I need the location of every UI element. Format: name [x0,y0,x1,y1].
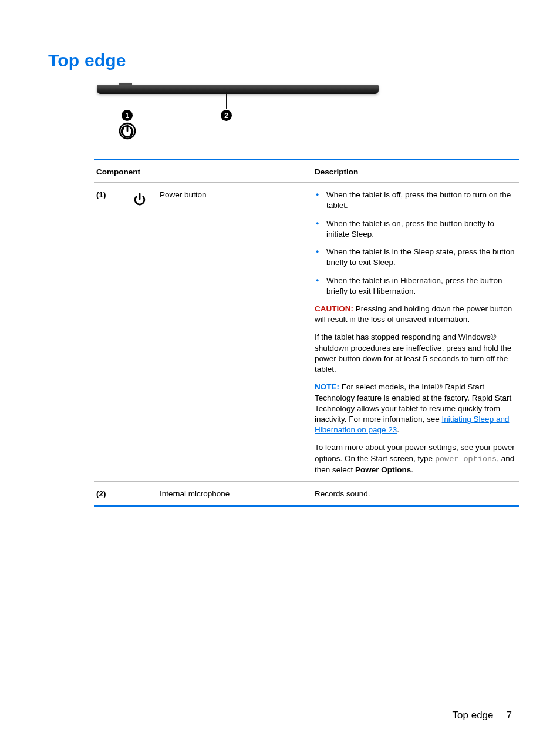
table-header-row: Component Description [94,160,519,183]
caution-label: CAUTION: [315,304,353,313]
note-label: NOTE: [315,382,339,391]
page-footer: Top edge 7 [453,710,512,721]
row-number: (1) [96,190,120,475]
table-row: (1) Power button When the tablet is off,… [94,183,519,481]
description-paragraph: To learn more about your power settings,… [315,442,517,475]
table-row: (2) Internal microphone Records sound. [94,481,519,505]
component-name: Internal microphone [160,489,312,499]
callout-badge-1: 1 [122,110,133,121]
row-icon-empty [122,489,157,499]
list-item: When the tablet is on, press the button … [326,219,517,240]
list-item: When the tablet is in Hibernation, press… [326,275,517,297]
components-table: Component Description (1) Power button W… [94,159,519,507]
callout-leader-2: 2 [226,92,227,109]
description-paragraph: If the tablet has stopped responding and… [315,332,517,375]
top-edge-figure: 1 2 Component Description (1) [94,85,519,507]
ui-option-name: Power Options [355,465,411,474]
header-component: Component [96,167,312,177]
page-container: Top edge 1 2 Component Description [0,0,560,746]
page-title: Top edge [48,51,512,70]
tablet-top-edge-illustration [97,85,379,94]
power-icon [122,190,157,475]
note-paragraph: NOTE: For select models, the Intel® Rapi… [315,382,517,435]
component-description: When the tablet is off, press the button… [315,190,517,475]
footer-page-number: 7 [507,710,512,721]
callout-badge-2: 2 [221,110,232,121]
list-item: When the tablet is in the Sleep state, p… [326,247,517,268]
list-item: When the tablet is off, press the button… [326,190,517,211]
component-name: Power button [160,190,312,475]
learn-text-3: . [411,465,413,474]
power-icon [118,122,137,143]
note-text-end: . [397,425,399,434]
description-list: When the tablet is off, press the button… [315,190,517,297]
footer-section-name: Top edge [453,710,494,721]
component-description: Records sound. [315,489,517,499]
caution-note: CAUTION: Pressing and holding down the p… [315,304,517,325]
inline-code: power options [435,455,497,463]
row-number: (2) [96,489,120,499]
header-description: Description [315,167,517,177]
callout-leader-1: 1 [127,92,127,109]
